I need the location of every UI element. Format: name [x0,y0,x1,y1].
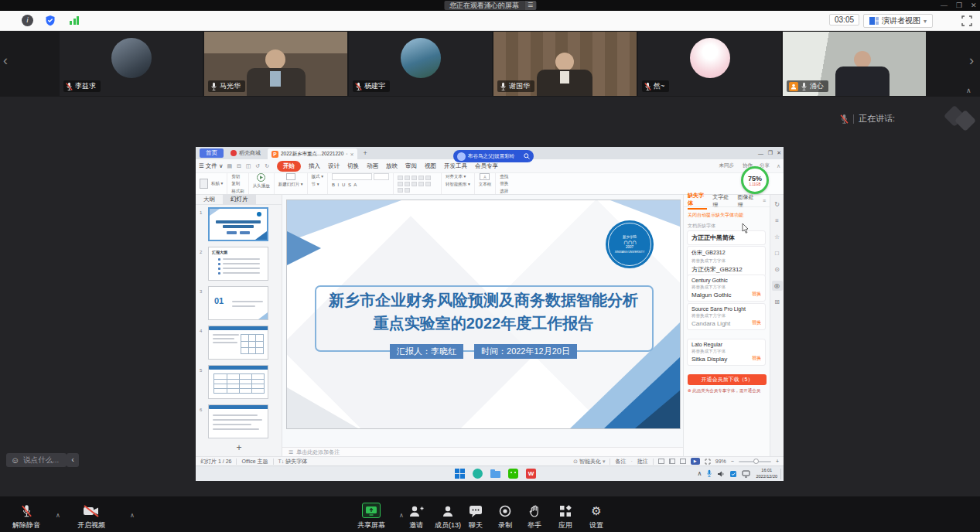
participant-tile[interactable]: 杨建宇 [349,32,492,96]
fullscreen-icon[interactable] [961,15,972,29]
ribbon-play-group[interactable]: 从头播放 [249,173,275,194]
participant-tile[interactable]: 涌心 [783,32,926,96]
share-screen-button[interactable]: 共享屏幕 [357,503,385,530]
view-mode-selector[interactable]: 演讲者视图 ▾ [863,14,933,28]
font-panel-icon[interactable]: ◎ [772,281,783,291]
tab-slides[interactable]: 幻灯片 [223,194,256,205]
slide-thumbnail-1[interactable] [208,207,268,241]
sync-status[interactable]: 未同步 [719,162,735,169]
zoom-slider[interactable] [739,461,771,462]
menu-tab-home[interactable]: 开始 [277,161,301,172]
ribbon-collapse-icon[interactable]: ∧ [777,163,780,169]
menu-tab-slideshow[interactable]: 放映 [386,162,398,170]
record-button[interactable]: 录制 [498,504,512,530]
menu-tab-review[interactable]: 审阅 [405,162,417,170]
minimize-button[interactable]: — [941,0,948,11]
slide-canvas[interactable]: 新乡学院 ∩∩∩ 2007 XINXIANG UNIVERSITY 新乡市企业财… [286,200,681,429]
participant-tile[interactable]: 谢国华 [493,32,637,96]
add-slide-button[interactable]: + [196,442,282,453]
outline-list-icon[interactable]: ≡ [772,216,783,226]
download-member-button[interactable]: 开通会员后下载（5） [688,374,767,385]
wps-maximize-button[interactable]: ❐ [768,150,773,156]
camera-options-icon[interactable]: ∧ [130,512,135,519]
windows-start-icon[interactable] [455,469,465,479]
strip-next-icon[interactable]: › [969,53,974,69]
tray-security-icon[interactable] [729,470,737,478]
menu-tab-insert[interactable]: 插入 [309,162,320,170]
tab-home[interactable]: 首页 [200,148,224,158]
notes-bar[interactable]: ☰ 单击此处添加备注 [282,447,683,456]
disable-tip-link[interactable]: 关闭自动提示缺失字体功能 [688,212,743,219]
tab-missing-fonts[interactable]: 缺失字体 [688,192,707,210]
ribbon-paragraph-group[interactable] [394,173,442,194]
members-button[interactable]: 成员(13) [435,504,461,530]
ribbon-editing-group[interactable]: 查找 替换 选择 [496,173,512,194]
tab-image-tools[interactable]: 图像处理 [738,193,757,209]
menu-tab-devtools[interactable]: 开发工具 [444,162,467,170]
menu-tab-transition[interactable]: 切换 [347,162,359,170]
favorites-icon[interactable]: ☆ [772,232,783,242]
missing-font-card[interactable]: 仿宋_GB2312 将替换成下方字体 方正仿宋_GB2312 [687,246,766,277]
menu-file[interactable]: ☰ 文件 ∨ [199,162,223,170]
meeting-info-icon[interactable]: i [22,15,33,26]
replace-link[interactable]: 替换 [752,355,761,362]
slideshow-play-button[interactable]: ▶ [691,458,700,465]
zoom-out-button[interactable]: − [731,459,734,464]
network-signal-icon[interactable] [70,15,79,25]
menu-tab-view[interactable]: 视图 [425,162,436,170]
comments-button[interactable]: 批注 [637,458,648,466]
tray-clock[interactable]: 16:01 2022/12/20 [756,468,777,479]
font-size-select[interactable] [374,173,389,180]
ribbon-textbox-group[interactable]: A 文本框 [475,173,497,194]
font-format-buttons[interactable]: B I U S A [332,182,357,189]
wps-close-button[interactable]: ✕ [777,150,781,156]
missing-font-status[interactable]: T↓缺失字体 [278,458,308,466]
document-icon[interactable]: □ [772,248,783,258]
menu-tab-animation[interactable]: 动画 [367,162,378,170]
notes-button[interactable]: 备注 [615,458,626,466]
slide-thumbnail-5[interactable] [208,365,268,399]
tray-expand-icon[interactable]: ∧ [698,470,702,477]
show-desktop-divider[interactable] [780,469,781,479]
slide-thumbnail-3[interactable]: 01 [208,286,268,320]
unmute-button[interactable]: 解除静音 [12,504,40,530]
participant-tile[interactable]: 然~ [638,32,781,96]
missing-font-card[interactable]: Lato Regular 将替换成下方字体 Sitka Display 替换 [687,339,766,366]
grid-tools-icon[interactable]: ⊞ [772,297,783,307]
participant-tile[interactable]: 马光华 [204,32,347,96]
slide-thumbnail-6[interactable] [208,404,268,438]
browser-icon[interactable] [473,469,483,479]
ribbon-newslide-group[interactable]: 新建幻灯片 ▾ [275,173,308,194]
tab-pin-icon[interactable]: ▫ [346,152,347,156]
sync-icon[interactable]: ↻ [772,200,783,210]
menu-tab-design[interactable]: 设计 [328,162,340,170]
emoji-icon[interactable]: ☺ [11,455,19,465]
maximize-button[interactable]: ❐ [956,0,962,11]
sorter-view-icon[interactable] [669,459,675,464]
invite-button[interactable]: 邀请 [408,504,424,530]
strip-collapse-icon[interactable]: ∧ [966,87,971,94]
panel-menu-icon[interactable]: ≡ [763,198,766,203]
ribbon-clipboard-group[interactable]: 剪切 复制 格式刷 [227,173,249,194]
replace-link[interactable]: 替换 [752,319,761,326]
theme-name[interactable]: Office 主题 [241,458,268,466]
settings-button[interactable]: ⚙ 设置 [589,504,603,530]
missing-font-card[interactable]: Source Sans Pro Light 将替换成下方字体 Candara L… [687,303,766,330]
ribbon-paste-group[interactable]: 粘贴 ▾ [196,173,227,194]
raise-hand-button[interactable]: 举手 [528,504,541,530]
tab-active-document[interactable]: P 2022新乡市重点...20221220 ▫ ✕ [268,148,357,159]
tray-speaker-icon[interactable] [717,470,725,478]
chat-quick-input[interactable]: ☺ 说点什么... [6,453,67,467]
ribbon-align-group[interactable]: 对齐文本 ▾ 转智能图形 ▾ [442,173,475,194]
font-name-select[interactable] [332,173,372,180]
missing-font-item[interactable]: 方正正中黑简体 [687,230,766,245]
new-tab-button[interactable]: + [363,149,367,157]
chat-button[interactable]: 聊天 [469,504,483,530]
security-shield-icon[interactable] [45,15,56,29]
start-video-button[interactable]: 开启视频 [77,504,105,530]
normal-view-icon[interactable] [658,459,664,464]
strip-prev-icon[interactable]: ‹ [3,53,8,69]
beautify-button[interactable]: ⊙智能美化▾ [573,458,605,466]
mic-options-icon[interactable]: ∧ [56,512,60,519]
replace-link[interactable]: 替换 [752,291,761,298]
